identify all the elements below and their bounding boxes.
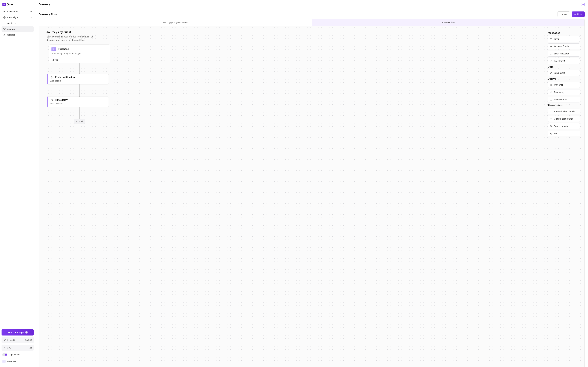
logo[interactable]: Quest <box>0 0 35 9</box>
node-exit[interactable]: Exit <box>74 119 85 124</box>
exit-icon <box>81 120 83 123</box>
clock-plus-icon <box>50 99 53 101</box>
percent-icon <box>550 125 552 127</box>
palette-time-delay[interactable]: Time delay <box>548 89 580 95</box>
new-campaign-button[interactable]: New Campaign <box>1 329 34 335</box>
chevron-right-icon <box>31 360 33 363</box>
node-trigger[interactable]: Purchase Start your journey with a trigg… <box>49 44 110 63</box>
run-icon <box>550 60 552 62</box>
subheader: Journey flow cancel Publish <box>35 9 588 19</box>
palette-send-event[interactable]: Send event <box>548 70 580 76</box>
svg-point-1 <box>5 23 5 23</box>
people-icon <box>3 22 6 25</box>
clock-x-icon <box>550 99 552 101</box>
palette-group-data: Data <box>548 66 580 68</box>
svg-point-0 <box>4 23 4 23</box>
split-up-icon <box>550 118 552 120</box>
publish-button[interactable]: Publish <box>572 11 585 17</box>
mau-row[interactable]: MAU 24 <box>1 345 34 351</box>
tab-triggers[interactable]: Set Triggers ,goals & exit <box>39 19 311 26</box>
svg-rect-3 <box>5 28 5 29</box>
section-title: Journey flow <box>39 13 57 16</box>
sidebar-item-journeys[interactable]: Journeys <box>1 26 34 32</box>
svg-rect-4 <box>4 30 5 30</box>
chevron-down-icon <box>30 10 32 13</box>
node-trigger-filter[interactable]: 1 Filter <box>49 57 110 63</box>
canvas[interactable]: Journeys by quest Start by building your… <box>39 26 585 367</box>
sidebar-item-campaigns[interactable]: Campaigns <box>1 15 34 20</box>
connector <box>79 107 80 119</box>
palette-tf-branch[interactable]: true and false branch <box>548 108 580 114</box>
notifications-button[interactable] <box>581 3 585 6</box>
branch-icon <box>550 110 552 113</box>
bolt-icon <box>3 347 6 349</box>
palette-everything[interactable]: Everything! <box>548 58 580 64</box>
bell-icon <box>50 76 53 79</box>
sidebar-item-settings[interactable]: Settings <box>1 32 34 38</box>
svg-point-13 <box>550 125 551 126</box>
node-push[interactable]: Push notification Add details <box>47 74 109 84</box>
palette-cohort-branch[interactable]: Cohort branch <box>548 123 580 129</box>
chat-icon <box>550 53 552 55</box>
page-title: Journey <box>39 3 50 6</box>
connector <box>79 63 80 74</box>
sidebar-item-get-started[interactable]: Get started <box>1 9 34 14</box>
sidebar: Quest Get started Campaigns Audience Jou… <box>0 0 35 367</box>
flow-icon <box>3 28 6 30</box>
chevron-down-icon <box>30 16 32 18</box>
palette: messages Email Push notification Slack m… <box>548 31 580 138</box>
palette-email[interactable]: Email <box>548 36 580 42</box>
palette-slack[interactable]: Slack message <box>548 51 580 57</box>
topbar: Journey <box>35 0 588 9</box>
palette-time-window[interactable]: Time window <box>548 97 580 102</box>
canvas-description: Start by building your journey from scra… <box>47 35 97 42</box>
nav: Get started Campaigns Audience Journeys … <box>0 9 35 38</box>
svg-point-14 <box>551 126 552 127</box>
mail-icon <box>550 38 552 40</box>
ai-credits-row[interactable]: AI credits 24/200 <box>1 337 34 343</box>
gear-icon <box>3 34 6 36</box>
avatar: s <box>2 360 6 363</box>
tabs: Set Triggers ,goals & exit Journey flow <box>39 19 585 26</box>
canvas-heading: Journeys by quest <box>47 31 542 34</box>
connector <box>79 84 80 96</box>
spark-icon <box>550 72 552 74</box>
logo-icon <box>2 3 6 6</box>
sidebar-item-audience[interactable]: Audience <box>1 20 34 26</box>
palette-push[interactable]: Push notification <box>548 43 580 49</box>
home-icon <box>3 10 6 13</box>
theme-toggle-row: Light Mode <box>1 352 34 357</box>
svg-point-5 <box>4 34 5 35</box>
clock-plus-icon <box>550 91 552 93</box>
palette-exit[interactable]: Exit <box>548 131 580 136</box>
layers-icon <box>3 16 6 19</box>
main: Journey Journey flow cancel Publish Set … <box>35 0 588 367</box>
svg-point-10 <box>551 60 551 60</box>
svg-rect-2 <box>3 28 4 29</box>
exit-icon <box>550 133 552 135</box>
bolt-icon <box>52 47 56 51</box>
user-menu[interactable]: s solana23 <box>1 359 34 365</box>
theme-toggle[interactable] <box>2 353 7 356</box>
palette-group-messages: messages <box>548 32 580 34</box>
tab-journey-flow[interactable]: Journey flow <box>311 19 585 26</box>
plus-box-icon <box>25 331 28 334</box>
palette-group-flow: Flow control <box>548 104 580 107</box>
trophy-icon <box>3 339 6 341</box>
palette-wait-until[interactable]: Wait until <box>548 82 580 88</box>
hourglass-icon <box>550 84 552 86</box>
node-delay[interactable]: Time delay Wait : 0 days <box>47 96 109 107</box>
cancel-button[interactable]: cancel <box>558 11 570 17</box>
palette-group-delays: Delays <box>548 77 580 80</box>
brand-name: Quest <box>7 3 14 6</box>
bell-icon <box>550 45 552 48</box>
palette-multi-split[interactable]: Multiple split branch <box>548 116 580 122</box>
